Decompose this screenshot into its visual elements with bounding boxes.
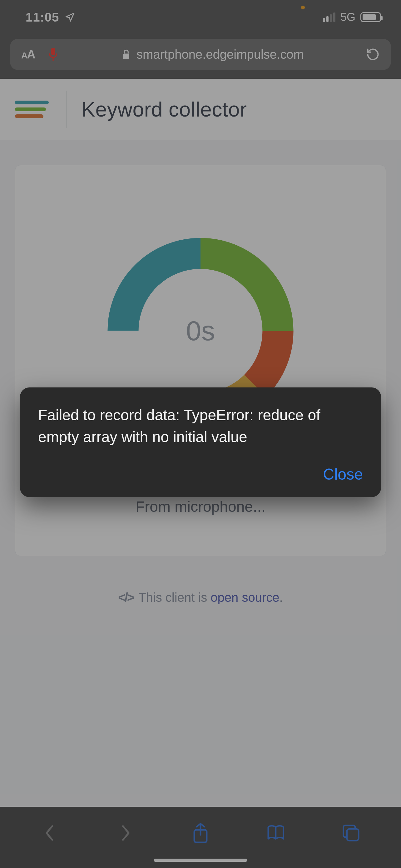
- alert-message: Failed to record data: TypeError: reduce…: [38, 404, 363, 448]
- screen: 11:05 5G AA smartphone.edgeimpuls: [0, 0, 401, 868]
- alert-close-button[interactable]: Close: [323, 465, 363, 484]
- error-alert: Failed to record data: TypeError: reduce…: [20, 388, 381, 497]
